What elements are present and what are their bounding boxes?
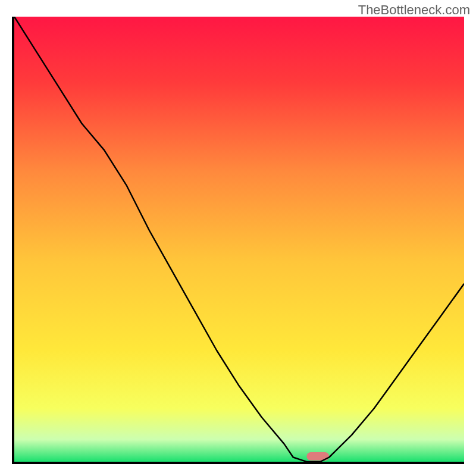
gradient-background bbox=[14, 17, 464, 462]
chart-svg bbox=[12, 17, 464, 464]
plot-area bbox=[12, 17, 464, 464]
chart-container: TheBottleneck.com bbox=[0, 0, 476, 476]
y-axis bbox=[12, 17, 14, 464]
x-axis bbox=[12, 462, 464, 464]
watermark-label: TheBottleneck.com bbox=[358, 2, 470, 18]
